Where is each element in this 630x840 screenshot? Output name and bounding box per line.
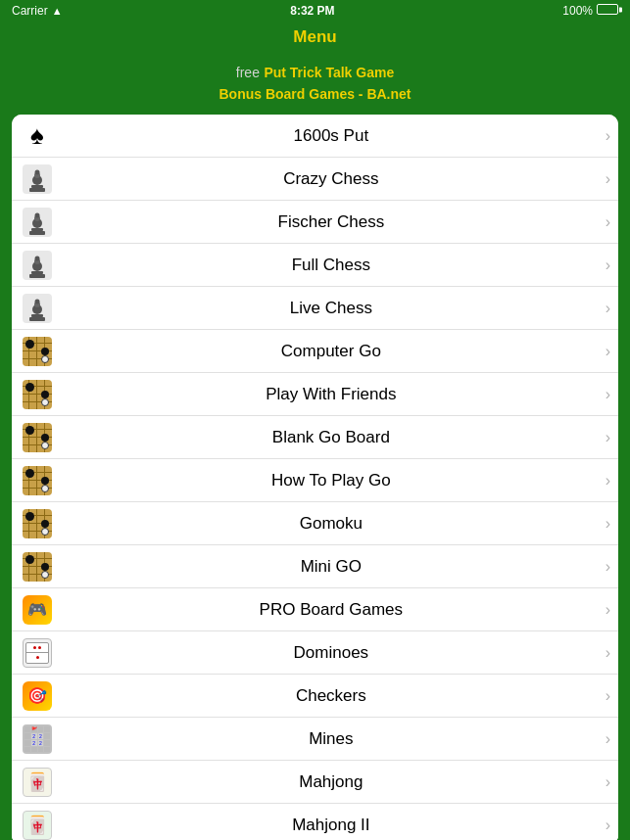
header-title-line1: Put Trick Talk Game (264, 65, 394, 80)
item-label: Mini GO (61, 557, 602, 577)
list-item[interactable]: How To Play Go› (12, 459, 618, 502)
menu-button[interactable]: Menu (293, 27, 336, 46)
svg-rect-13 (31, 271, 43, 274)
go-board-icon (22, 465, 53, 496)
list-item[interactable]: Fischer Chess› (12, 201, 618, 244)
chevron-icon: › (606, 472, 610, 490)
list-item[interactable]: Full Chess› (12, 244, 618, 287)
item-label: 1600s Put (61, 126, 602, 146)
svg-rect-6 (29, 231, 45, 235)
battery-percent: 100% (562, 4, 593, 18)
battery-icon (597, 4, 618, 18)
nav-bar: Menu (0, 22, 630, 55)
wifi-icon: ▲ (52, 5, 63, 17)
go-board-icon (22, 551, 53, 583)
item-label: Play With Friends (61, 385, 602, 404)
item-label: Fischer Chess (61, 212, 602, 232)
mahjong2-icon: 🀄 (22, 810, 53, 841)
dominoes-icon (22, 637, 53, 669)
list-item[interactable]: Dominoes› (12, 631, 618, 675)
go-board-icon (22, 379, 53, 410)
status-right: 100% (562, 4, 618, 18)
list-item[interactable]: 🀄Mahjong› (12, 761, 618, 804)
header-title-line2: Bonus Board Games - BA.net (0, 84, 630, 105)
svg-rect-19 (31, 314, 43, 317)
item-label: How To Play Go (61, 471, 602, 490)
svg-rect-18 (29, 317, 45, 321)
list-item[interactable]: Gomoku› (12, 502, 618, 545)
chess-piece-icon (22, 293, 53, 324)
go-board-icon (22, 508, 53, 539)
chess-piece-icon (22, 250, 53, 281)
item-label: Computer Go (61, 342, 602, 361)
header: free Put Trick Talk Game Bonus Board Gam… (0, 55, 630, 115)
list-item[interactable]: 🎮PRO Board Games› (12, 588, 618, 631)
chevron-icon: › (606, 343, 610, 360)
item-label: Crazy Chess (61, 169, 602, 189)
list-item[interactable]: ♠1600s Put› (12, 115, 618, 158)
chevron-icon: › (606, 773, 610, 791)
item-label: Mahjong II (61, 816, 602, 835)
item-label: Mahjong (61, 772, 602, 792)
status-time: 8:32 PM (290, 4, 334, 18)
svg-rect-0 (29, 188, 45, 192)
status-bar: Carrier ▲ 8:32 PM 100% (0, 0, 630, 22)
item-label: Dominoes (61, 643, 602, 663)
svg-point-11 (35, 212, 40, 217)
list-item[interactable]: Blank Go Board› (12, 416, 618, 459)
chevron-icon: › (606, 817, 610, 834)
chevron-icon: › (606, 601, 610, 619)
list-item[interactable]: Live Chess› (12, 287, 618, 330)
item-label: Full Chess (61, 256, 602, 275)
chevron-icon: › (606, 127, 610, 145)
chevron-icon: › (606, 515, 610, 533)
list-item[interactable]: Mini GO› (12, 545, 618, 588)
header-free-text: free (236, 65, 260, 80)
chevron-icon: › (606, 300, 610, 317)
chevron-icon: › (606, 170, 610, 188)
spade-icon: ♠ (22, 120, 53, 152)
games-list: ♠1600s Put› Crazy Chess› Fischer Chess› (12, 115, 618, 840)
list-item[interactable]: 🎯Checkers› (12, 675, 618, 718)
checkers-icon: 🎯 (22, 680, 53, 712)
chevron-icon: › (606, 644, 610, 662)
chevron-icon: › (606, 257, 610, 274)
go-board-icon (22, 336, 53, 367)
chess-piece-icon (22, 163, 53, 195)
pro-board-games-icon: 🎮 (22, 594, 53, 626)
svg-point-17 (35, 256, 40, 260)
mines-icon: 🚩2222 (22, 723, 53, 755)
chevron-icon: › (606, 687, 610, 705)
item-label: PRO Board Games (61, 600, 602, 620)
item-label: Checkers (61, 686, 602, 706)
list-item[interactable]: Play With Friends› (12, 373, 618, 416)
mahjong-icon: 🀄 (22, 767, 53, 798)
chess-piece-icon (22, 207, 53, 238)
svg-point-5 (35, 169, 40, 174)
go-board-icon (22, 422, 53, 453)
list-item[interactable]: Computer Go› (12, 330, 618, 373)
item-label: Mines (61, 729, 602, 749)
chevron-icon: › (606, 429, 610, 446)
item-label: Gomoku (61, 514, 602, 534)
item-label: Blank Go Board (61, 428, 602, 447)
chevron-icon: › (606, 558, 610, 576)
svg-point-23 (35, 299, 40, 303)
chevron-icon: › (606, 213, 610, 231)
carrier-text: Carrier ▲ (12, 4, 63, 18)
svg-rect-1 (31, 185, 43, 188)
chevron-icon: › (606, 386, 610, 403)
item-label: Live Chess (61, 299, 602, 318)
list-item[interactable]: 🚩2222 Mines› (12, 718, 618, 761)
svg-rect-12 (29, 274, 45, 278)
list-item[interactable]: Crazy Chess› (12, 158, 618, 201)
list-item[interactable]: 🀄Mahjong II› (12, 804, 618, 840)
svg-rect-7 (31, 228, 43, 231)
chevron-icon: › (606, 730, 610, 748)
